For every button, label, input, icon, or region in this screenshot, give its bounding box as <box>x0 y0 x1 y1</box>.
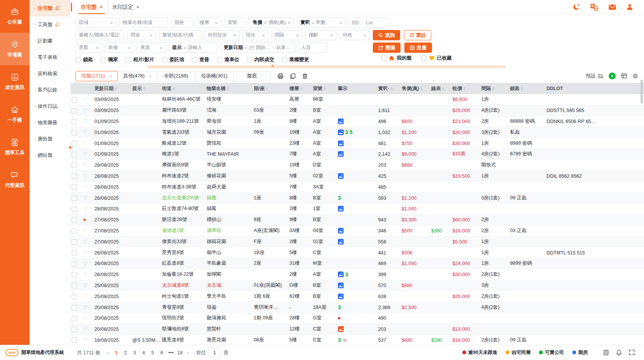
dd-lot-field[interactable]: DDLot <box>349 17 390 28</box>
table-row[interactable]: ♡28/08/2025摩羅廟街8號半山捌號19樓D室203$668開放式 <box>71 160 644 171</box>
table-row[interactable]: ♡28/08/2025柯布連道2號修頓花園5樓02室425$19,5001房DD… <box>71 171 644 182</box>
row-checkbox[interactable] <box>72 239 77 245</box>
notification-bell-icon[interactable] <box>616 349 622 356</box>
scrollbar[interactable] <box>641 80 643 103</box>
區域-field[interactable]: 區域∨ <box>75 17 116 28</box>
row-checkbox[interactable] <box>72 228 77 234</box>
table-row[interactable]: ♡25/08/2025太古城道4號太古城01座(洞庭閣)G樓B室570$8803… <box>71 280 644 291</box>
row-checkbox[interactable] <box>72 338 77 343</box>
heart-outline-icon[interactable]: ♡ <box>83 238 88 245</box>
filter-checkbox-相片/影片[interactable]: 相片/影片 <box>126 56 154 63</box>
sort-icon[interactable]: ▲▼ <box>143 87 145 90</box>
checkbox[interactable] <box>126 57 131 62</box>
search-button[interactable]: 查詢 <box>373 30 400 40</box>
物業名稱/街道-field[interactable]: 物業名稱/街道 <box>119 17 168 28</box>
column-header-街道[interactable]: 街道▲▼ <box>161 85 206 92</box>
heart-outline-icon[interactable]: ♡ <box>83 249 88 256</box>
quick-checkbox-已收藏[interactable]: 已收藏 <box>421 55 452 62</box>
heart-outline-icon[interactable]: ♡ <box>83 162 88 168</box>
column-header-更新日期[interactable]: 更新日期▲▼ <box>94 85 132 92</box>
quick-action-icon[interactable] <box>609 73 616 79</box>
景觀-field[interactable]: 景觀∨ <box>75 43 102 53</box>
open-listing-button[interactable]: 開盤 <box>373 43 401 53</box>
list-tab-2[interactable]: 全部(2189) <box>157 71 195 81</box>
heart-outline-icon[interactable]: ♡ <box>83 195 88 201</box>
現況-field[interactable]: 現況∨ <box>242 30 268 40</box>
heart-outline-icon[interactable]: ♡ <box>83 173 88 179</box>
sort-icon[interactable]: ▲▼ <box>442 87 444 90</box>
subnav-item[interactable]: ·電子表格 <box>30 49 70 65</box>
實呎-field[interactable]: 實呎∨呎數∨ <box>297 17 346 28</box>
row-checkbox[interactable] <box>72 97 77 103</box>
sort-icon[interactable]: ▲▼ <box>265 87 268 90</box>
filter-checkbox-連車位[interactable]: 連車位 <box>217 56 239 63</box>
sidebar-item-house[interactable]: 一手盤 <box>0 98 30 131</box>
來源-field[interactable]: 來源∨ <box>137 43 166 53</box>
table-row[interactable]: ♡27/08/2025偉業街33號德福花園F座2樓01室556$5,5001房 <box>71 236 644 247</box>
subnav-item[interactable]: ·操作日誌 <box>30 98 70 114</box>
row-checkbox[interactable] <box>72 130 77 135</box>
特別狀況-field[interactable]: 特別狀況∨ <box>204 30 239 40</box>
row-checkbox[interactable] <box>72 272 77 277</box>
list-tab-1[interactable]: 其他(478)∨ <box>118 71 157 81</box>
subnav-item[interactable]: ·網站盤 <box>30 147 70 163</box>
next-page-icon[interactable]: › <box>186 350 191 355</box>
提示-field[interactable]: 提示∨請輸入 <box>169 43 217 53</box>
subnav-item[interactable]: ·計劃書 <box>30 33 70 49</box>
row-checkbox[interactable] <box>72 141 77 146</box>
filter-checkbox-查冊[interactable]: 查冊 <box>192 56 209 63</box>
sidebar-collapse-icon[interactable]: ◀ <box>68 145 71 149</box>
heart-outline-icon[interactable]: ♡ <box>83 315 88 321</box>
page-number[interactable]: 5 <box>148 348 157 357</box>
table-row[interactable]: ♡28/08/2025皇后大道東200號囍匯1座8樓B室3593$1,2003房… <box>71 193 644 204</box>
更新日期-field[interactable]: 更新日期∨開始日期-結束日期 <box>220 43 295 53</box>
calculator-icon[interactable] <box>603 349 609 356</box>
期座-field[interactable]: 期座 <box>171 17 193 28</box>
fullscreen-icon[interactable] <box>629 349 635 356</box>
column-header-實呎·[interactable]: 實呎·▲▼ <box>377 85 401 92</box>
filter-checkbox-業權變更[interactable]: 業權變更 <box>282 56 309 63</box>
checkbox[interactable] <box>75 57 81 62</box>
checkbox[interactable] <box>162 57 167 62</box>
row-checkbox[interactable] <box>72 196 77 201</box>
table-row[interactable]: ♡03/09/2025桂林街46A-46C號恆安樓高層88室$6,6001房 <box>71 94 644 105</box>
filter-collapse-strip[interactable]: ▲ <box>147 65 506 68</box>
page-number[interactable]: 2 <box>121 348 130 357</box>
row-checkbox[interactable] <box>72 294 77 299</box>
table-row[interactable]: ♥27/08/2025樂活道2B號禮頓山9座9樓B室943$3,300$60,0… <box>71 215 644 226</box>
row-checkbox[interactable] <box>72 305 77 310</box>
filter-checkbox-獨家[interactable]: 獨家 <box>101 56 118 63</box>
column-header-提示[interactable]: 提示▲▼ <box>132 85 161 92</box>
row-checkbox[interactable] <box>72 152 77 157</box>
list-tab-4[interactable]: 盤底 <box>233 71 270 81</box>
table-row[interactable]: ♡27/08/2025連德道2號康華苑A座(宏康閣)33樓04室346$500$… <box>71 226 644 237</box>
用途-field[interactable]: 用途∨ <box>127 30 156 40</box>
heart-outline-icon[interactable]: ♡ <box>83 293 88 299</box>
list-tab-0[interactable]: 現盤(1711)∨ <box>75 71 118 81</box>
table-row[interactable]: ♡20/08/2025青發里8號琨崙青玥琳洋…-18A室32,389$2,500… <box>71 302 644 313</box>
user-icon[interactable] <box>626 3 633 11</box>
subnav-item[interactable]: ·物業圖冊 <box>30 114 70 131</box>
column-header-室號[interactable]: 室號▲▼ <box>312 85 337 92</box>
page-number[interactable]: 4 <box>139 348 148 357</box>
table-row[interactable]: ♡28/08/2025柯布連道3-3B號超舜大廈7樓3A室485 <box>71 182 644 193</box>
filter-checkbox-鎖匙[interactable]: 鎖匙 <box>75 56 93 63</box>
heart-outline-icon[interactable]: ♡ <box>83 227 88 234</box>
checkbox[interactable] <box>217 57 222 62</box>
row-checkbox[interactable] <box>72 316 77 321</box>
heart-outline-icon[interactable]: ♡ <box>83 118 88 124</box>
售價-field[interactable]: 售價∨價格(萬)∨ <box>249 17 294 28</box>
subnav-item[interactable]: ·工商盤 <box>30 16 70 33</box>
sidebar-item-chat[interactable]: 代理資訊 <box>0 163 30 196</box>
人員-field[interactable]: 人員 <box>298 43 327 53</box>
heart-outline-icon[interactable]: ♡ <box>83 206 88 212</box>
prev-page-icon[interactable]: ‹ <box>105 350 110 355</box>
row-checkbox[interactable] <box>72 217 77 223</box>
heart-outline-icon[interactable]: ♡ <box>83 96 88 103</box>
sort-icon[interactable]: ▲▼ <box>390 87 393 90</box>
heart-filled-icon[interactable]: ♥ <box>83 217 86 223</box>
table-row[interactable]: ♡28/08/2025莊士敦道74-80號囍寓2樓1室$1,000 <box>71 204 644 215</box>
樓層-field[interactable]: 樓層∨ <box>196 17 221 28</box>
table-row[interactable]: ♡01/09/2025梅道1號THE MAYFAIR7樓A室2,142$9,00… <box>71 149 644 160</box>
樓齡-field[interactable]: 樓齡∨ <box>305 30 336 40</box>
